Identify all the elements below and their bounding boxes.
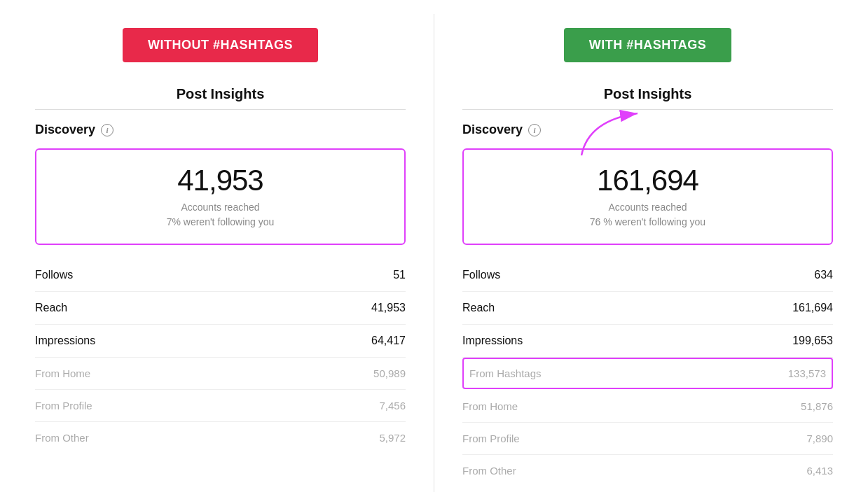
- left-reach-value: 41,953: [371, 302, 406, 314]
- page-container: WITHOUT #HASHTAGS Post Insights Discover…: [14, 14, 854, 492]
- right-from-profile-value: 7,890: [806, 433, 833, 444]
- left-from-profile-row: From Profile 7,456: [35, 390, 406, 422]
- right-impressions-label: Impressions: [462, 335, 523, 347]
- left-follows-value: 51: [393, 269, 406, 281]
- left-info-icon: i: [101, 124, 113, 136]
- right-from-profile-label: From Profile: [462, 433, 520, 444]
- left-impressions-row: Impressions 64,417: [35, 325, 406, 358]
- right-badge: WITH #HASHTAGS: [564, 28, 732, 62]
- right-from-hashtags-row: From Hashtags 133,573: [462, 358, 833, 389]
- left-highlight-box: 41,953 Accounts reached 7% weren't follo…: [35, 148, 406, 245]
- right-info-icon: i: [528, 124, 541, 136]
- right-from-home-row: From Home 51,876: [462, 391, 833, 423]
- right-follows-label: Follows: [462, 269, 500, 281]
- left-from-other-label: From Other: [35, 432, 89, 444]
- vertical-divider: [434, 14, 434, 492]
- left-panel: WITHOUT #HASHTAGS Post Insights Discover…: [14, 14, 427, 492]
- right-impressions-row: Impressions 199,653: [462, 325, 833, 358]
- right-from-profile-row: From Profile 7,890: [462, 423, 833, 455]
- left-from-other-row: From Other 5,972: [35, 422, 406, 454]
- left-section-title: Post Insights: [35, 76, 406, 110]
- left-reach-row: Reach 41,953: [35, 292, 406, 325]
- right-from-other-value: 6,413: [806, 465, 833, 477]
- right-highlight-box: 161,694 Accounts reached 76 % weren't fo…: [462, 148, 833, 245]
- right-from-home-label: From Home: [462, 400, 518, 412]
- right-discovery-label: Discovery i: [462, 122, 833, 137]
- left-from-home-label: From Home: [35, 367, 90, 379]
- left-from-profile-value: 7,456: [379, 400, 406, 412]
- right-panel: WITH #HASHTAGS Post Insights Discovery i…: [441, 14, 854, 492]
- left-from-home-row: From Home 50,989: [35, 358, 406, 390]
- right-reach-value: 161,694: [792, 302, 833, 314]
- right-from-hashtags-value: 133,573: [788, 367, 826, 379]
- right-from-home-value: 51,876: [801, 400, 833, 412]
- right-big-number: 161,694: [481, 164, 815, 197]
- right-impressions-value: 199,653: [792, 335, 833, 347]
- left-follows-row: Follows 51: [35, 259, 406, 292]
- left-reach-label: Reach: [35, 302, 67, 314]
- left-impressions-label: Impressions: [35, 335, 95, 347]
- right-follows-row: Follows 634: [462, 259, 833, 292]
- right-from-hashtags-label: From Hashtags: [469, 367, 542, 379]
- right-section-title: Post Insights: [462, 76, 833, 110]
- left-from-other-value: 5,972: [379, 432, 406, 444]
- left-badge: WITHOUT #HASHTAGS: [123, 28, 318, 62]
- left-badge-container: WITHOUT #HASHTAGS: [35, 28, 406, 62]
- left-discovery-label: Discovery i: [35, 122, 406, 137]
- right-badge-container: WITH #HASHTAGS: [462, 28, 833, 62]
- left-big-number: 41,953: [53, 164, 387, 197]
- right-follows-value: 634: [814, 269, 833, 281]
- right-from-other-label: From Other: [462, 465, 516, 477]
- left-accounts-reached: Accounts reached 7% weren't following yo…: [53, 200, 387, 230]
- right-reach-row: Reach 161,694: [462, 292, 833, 325]
- left-from-home-value: 50,989: [373, 367, 406, 379]
- right-accounts-reached: Accounts reached 76 % weren't following …: [481, 200, 815, 230]
- left-follows-label: Follows: [35, 269, 73, 281]
- right-highlight-area: 161,694 Accounts reached 76 % weren't fo…: [462, 148, 833, 245]
- left-from-profile-label: From Profile: [35, 400, 92, 412]
- left-impressions-value: 64,417: [371, 335, 406, 347]
- right-from-other-row: From Other 6,413: [462, 455, 833, 486]
- right-reach-label: Reach: [462, 302, 495, 314]
